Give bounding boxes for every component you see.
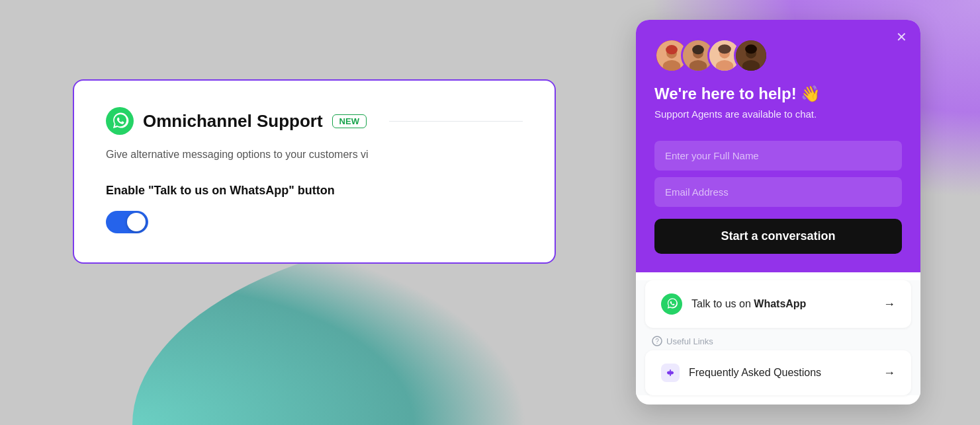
faq-icon (661, 364, 680, 382)
svg-point-4 (666, 45, 678, 54)
widget-greeting: We're here to help! 👋 (654, 85, 902, 103)
widget-form: Start a conversation (636, 141, 920, 272)
avatar-4 (734, 38, 768, 73)
whatsapp-arrow-icon: → (883, 297, 895, 311)
faq-text: Frequently Asked Questions (689, 367, 821, 379)
new-badge: NEW (332, 114, 367, 128)
svg-point-8 (692, 45, 704, 54)
svg-point-0 (106, 107, 134, 135)
svg-point-12 (718, 44, 731, 54)
avatar-row (654, 38, 902, 73)
faq-arrow-icon: → (883, 366, 895, 380)
full-name-input[interactable] (654, 141, 902, 171)
whatsapp-row-left: Talk to us on WhatsApp (661, 293, 806, 315)
widget-subtext: Support Agents are available to chat. (654, 108, 902, 120)
whatsapp-text: Talk to us on WhatsApp (691, 298, 806, 310)
svg-text:?: ? (655, 338, 659, 345)
left-card: Omnichannel Support NEW Give alternative… (73, 79, 556, 264)
card-title: Omnichannel Support (143, 111, 323, 132)
start-conversation-button[interactable]: Start a conversation (654, 219, 902, 254)
email-input[interactable] (654, 177, 902, 207)
widget-header: ✕ (636, 20, 920, 141)
card-divider (389, 121, 523, 122)
faq-row[interactable]: Frequently Asked Questions → (645, 350, 911, 395)
close-button[interactable]: ✕ (896, 30, 907, 44)
toggle-slider (106, 211, 148, 233)
card-description: Give alternative messaging options to yo… (106, 147, 523, 163)
faq-row-left: Frequently Asked Questions (661, 364, 821, 382)
whatsapp-row[interactable]: Talk to us on WhatsApp → (645, 280, 911, 328)
toggle-knob (127, 213, 146, 231)
widget-body: Talk to us on WhatsApp → ? Useful Links (636, 280, 920, 395)
useful-links-label: ? Useful Links (636, 328, 920, 350)
whatsapp-small-icon (661, 293, 682, 315)
card-header: Omnichannel Support NEW (106, 107, 523, 135)
svg-point-16 (745, 44, 757, 54)
useful-links-icon: ? (652, 336, 662, 346)
toggle-switch[interactable] (106, 211, 148, 233)
useful-links-text: Useful Links (666, 336, 713, 346)
whatsapp-icon (106, 107, 134, 135)
toggle-label: Enable "Talk to us on WhatsApp" button (106, 184, 523, 198)
chat-widget: ✕ (636, 20, 920, 405)
